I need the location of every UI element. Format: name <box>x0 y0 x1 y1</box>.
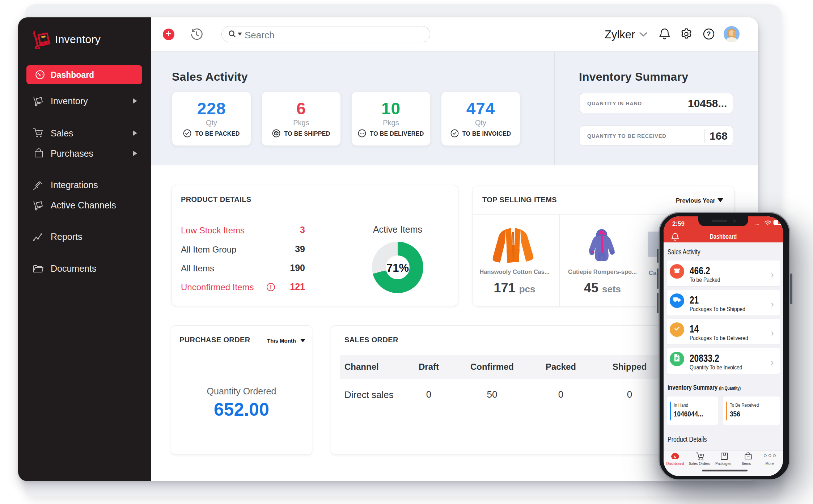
svg-text:?: ? <box>707 30 711 38</box>
